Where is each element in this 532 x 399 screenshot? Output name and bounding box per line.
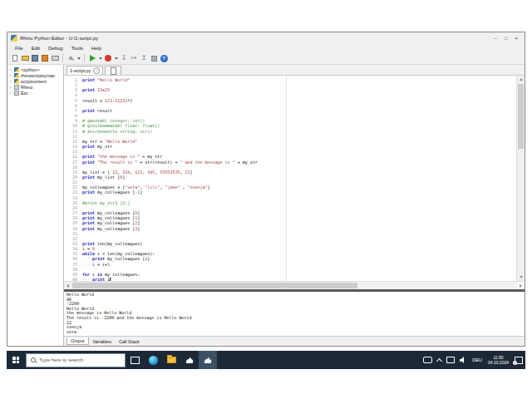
module-tree: ><python>>rhinoscriptsyntax>scriptcontex… xyxy=(7,65,64,346)
taskbar: Type here to search DEU 11:50 04.10.2024… xyxy=(7,351,525,369)
chevron-up-icon xyxy=(436,357,442,363)
rhino-app-button[interactable] xyxy=(180,351,199,369)
step-into-icon[interactable]: ↧ xyxy=(119,53,129,63)
notification-icon: 1 xyxy=(515,357,523,364)
vertical-scroll-thumb[interactable] xyxy=(518,84,524,149)
dropdown-caret-icon[interactable] xyxy=(76,53,81,63)
action-center-button[interactable]: 1 xyxy=(512,351,525,369)
speaker-icon xyxy=(460,357,467,363)
editor-vertical-scrollbar[interactable] xyxy=(516,76,525,281)
tree-item-label: <python> xyxy=(21,67,40,72)
hidden-icons-button[interactable] xyxy=(435,351,444,369)
save-all-icon[interactable] xyxy=(40,53,50,63)
tree-item-rhinoscriptsyntax[interactable]: >rhinoscriptsyntax xyxy=(7,72,63,78)
search-placeholder: Type here to search xyxy=(39,357,83,362)
new-file-icon[interactable] xyxy=(10,53,20,63)
code-editor[interactable]: 1234567891011121314151617181920212223242… xyxy=(64,76,525,281)
menu-edit[interactable]: Edit xyxy=(27,46,44,51)
tray-app-icon xyxy=(423,357,432,363)
python-app-icon xyxy=(11,35,17,42)
scroll-down-icon[interactable] xyxy=(517,273,525,281)
search-icon[interactable] xyxy=(66,53,76,63)
rhino-python-editor-window: Rhino Python Editor - U:\1-script.py – □… xyxy=(7,32,525,347)
new-tab-button[interactable] xyxy=(105,66,121,75)
tree-item-rhino[interactable]: >Rhino xyxy=(7,84,63,90)
windows-logo-icon xyxy=(12,357,19,363)
python-package-icon xyxy=(13,67,19,72)
edge-browser-button[interactable] xyxy=(144,351,162,369)
scroll-right-icon[interactable] xyxy=(517,282,525,289)
search-icon xyxy=(31,357,36,362)
help-icon[interactable] xyxy=(159,53,169,63)
open-folder-icon[interactable] xyxy=(20,53,30,63)
dropdown-caret-icon[interactable] xyxy=(113,53,119,63)
file-explorer-button[interactable] xyxy=(162,351,180,369)
menu-bar: FileEditDebugToolsHelp xyxy=(7,43,525,52)
output-tab-call-stack[interactable]: Call Stack xyxy=(116,338,143,345)
rhino-python-editor-button[interactable] xyxy=(199,351,217,369)
toolbar-separator xyxy=(62,54,63,62)
menu-help[interactable]: Help xyxy=(87,46,106,51)
python-package-icon xyxy=(13,79,19,84)
window-title: Rhino Python Editor - U:\1-script.py xyxy=(20,36,495,41)
tree-item-scriptcontext[interactable]: >scriptcontext xyxy=(7,78,63,84)
language-indicator[interactable]: DEU xyxy=(470,357,485,362)
new-document-icon xyxy=(111,67,116,75)
start-button[interactable] xyxy=(7,351,25,369)
scroll-left-icon[interactable] xyxy=(64,282,71,289)
maximize-button[interactable]: □ xyxy=(505,36,508,41)
output-tab-output[interactable]: Output xyxy=(66,337,89,345)
menu-tools[interactable]: Tools xyxy=(67,46,87,51)
network-button[interactable] xyxy=(444,351,457,369)
edge-icon xyxy=(149,356,158,365)
tree-item-label: rhinoscriptsyntax xyxy=(21,73,55,78)
taskbar-clock[interactable]: 11:50 04.10.2024 xyxy=(485,355,512,365)
tree-item-eto[interactable]: >Eto xyxy=(7,90,63,96)
minimize-button[interactable]: – xyxy=(495,36,497,41)
step-out-icon[interactable]: ↥ xyxy=(139,53,149,63)
line-number-gutter: 1234567891011121314151617181920212223242… xyxy=(64,76,81,281)
run-icon[interactable] xyxy=(87,53,97,63)
tree-item-label: Rhino xyxy=(21,85,32,90)
close-button[interactable]: × xyxy=(515,36,518,41)
close-tab-icon[interactable]: × xyxy=(93,67,100,74)
python-package-icon xyxy=(13,73,19,78)
title-bar[interactable]: Rhino Python Editor - U:\1-script.py – □… xyxy=(7,32,525,43)
debug-icon[interactable] xyxy=(103,53,113,63)
editor-horizontal-scrollbar[interactable] xyxy=(64,281,525,289)
tray-app-button[interactable] xyxy=(421,351,435,369)
tree-item-label: scriptcontext xyxy=(21,79,47,84)
output-tab-variables[interactable]: Variables xyxy=(90,338,116,345)
stop-icon[interactable] xyxy=(149,53,159,63)
tree-item-python[interactable]: ><python> xyxy=(7,66,63,72)
clock-date: 04.10.2024 xyxy=(488,360,509,365)
horizontal-scroll-thumb[interactable] xyxy=(72,283,357,288)
output-line: vera xyxy=(66,330,525,335)
assembly-icon xyxy=(13,91,19,96)
dropdown-caret-icon[interactable] xyxy=(97,53,103,63)
editor-tab-bar: 1-script.py × xyxy=(64,65,525,76)
notification-badge: 1 xyxy=(513,361,517,365)
tree-item-label: Eto xyxy=(21,91,27,96)
step-over-icon[interactable]: ↦ xyxy=(129,53,139,63)
task-view-button[interactable] xyxy=(126,351,144,369)
output-panel[interactable]: Hello World46-2200Hello Worldthe message… xyxy=(64,292,525,337)
output-tab-bar: OutputVariablesCall Stack xyxy=(64,337,525,346)
network-icon xyxy=(446,357,455,363)
rhino-icon xyxy=(203,355,213,365)
save-icon[interactable] xyxy=(30,53,40,63)
toolbar-separator xyxy=(84,54,85,62)
code-area[interactable]: print "Hello World"print 23+23result = (… xyxy=(81,76,516,281)
toolbar: ↧↦↥ xyxy=(7,52,525,65)
tab-1-script-py[interactable]: 1-script.py × xyxy=(66,66,103,75)
scroll-up-icon[interactable] xyxy=(517,76,525,83)
menu-debug[interactable]: Debug xyxy=(44,46,67,51)
volume-button[interactable] xyxy=(457,351,470,369)
taskbar-search-input[interactable]: Type here to search xyxy=(26,353,126,367)
assembly-icon xyxy=(13,85,19,90)
print-icon[interactable] xyxy=(50,53,60,63)
task-view-icon xyxy=(131,357,140,364)
menu-file[interactable]: File xyxy=(11,46,27,51)
folder-icon xyxy=(167,357,176,363)
tab-label: 1-script.py xyxy=(70,68,91,73)
